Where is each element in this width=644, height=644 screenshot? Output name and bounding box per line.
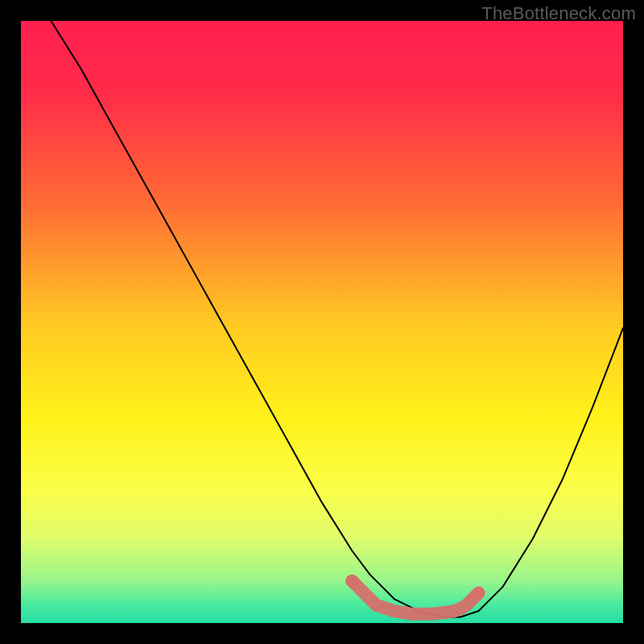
chart-frame: TheBottleneck.com xyxy=(0,0,644,644)
optimal-region-endpoint xyxy=(345,575,358,588)
gradient-background xyxy=(21,21,623,623)
watermark-text: TheBottleneck.com xyxy=(481,3,636,24)
optimal-region-endpoint xyxy=(472,587,485,600)
plot-area xyxy=(21,21,623,623)
chart-svg xyxy=(21,21,623,623)
